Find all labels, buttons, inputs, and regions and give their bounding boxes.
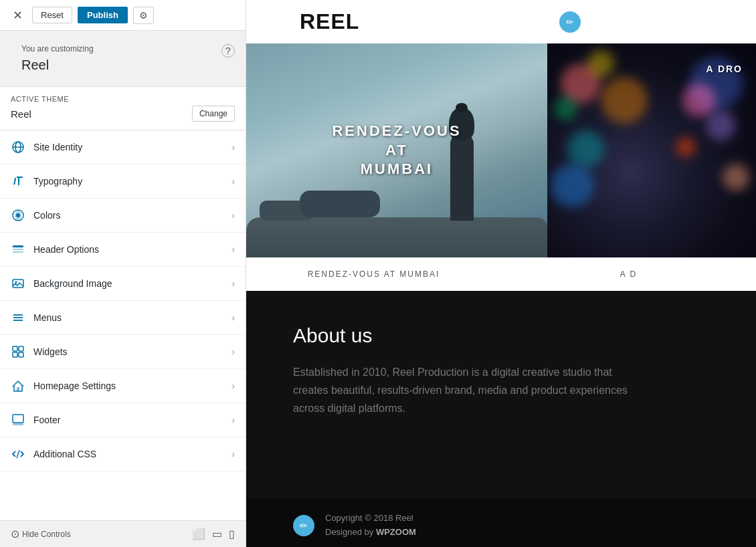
- menus-label: Menus: [33, 312, 231, 323]
- chevron-right-icon: ›: [231, 142, 235, 152]
- sidebar: ✕ Reset Publish ⚙ You are customizing Re…: [0, 0, 246, 547]
- copyright-text: Copyright © 2018 Reel: [325, 513, 413, 523]
- svg-rect-20: [17, 387, 19, 391]
- svg-rect-21: [13, 415, 23, 423]
- footer-icon: [11, 413, 25, 427]
- header-options-label: Header Options: [33, 244, 231, 255]
- gallery-item-1: RENDEZ-VOUS AT MUMBAI: [246, 43, 547, 257]
- gallery-text-2: A DRO: [706, 64, 743, 74]
- gallery-image-2: A DRO: [547, 43, 756, 257]
- svg-rect-8: [13, 245, 23, 247]
- svg-point-7: [16, 213, 20, 217]
- hide-controls-link[interactable]: ⊙ Hide Controls: [11, 528, 71, 540]
- sidebar-item-homepage-settings[interactable]: Homepage Settings ›: [0, 369, 246, 403]
- chevron-right-icon: ›: [231, 380, 235, 391]
- gallery-section: RENDEZ-VOUS AT MUMBAI A DR: [246, 43, 756, 257]
- background-image-icon: [11, 276, 25, 291]
- site-identity-label: Site Identity: [33, 142, 231, 152]
- svg-rect-22: [13, 423, 23, 425]
- svg-rect-18: [13, 352, 17, 357]
- header-edit-button[interactable]: ✏: [559, 11, 581, 33]
- captions-row: RENDEZ-VOUS AT MUMBAI A D: [246, 257, 756, 291]
- active-theme-section: Active theme Reel Change: [0, 86, 246, 130]
- designer-name: WPZOOM: [376, 527, 416, 537]
- chevron-right-icon: ›: [231, 210, 235, 221]
- sidebar-item-typography[interactable]: I Typography ›: [0, 165, 246, 199]
- sidebar-item-widgets[interactable]: Widgets ›: [0, 335, 246, 369]
- footer-label: Footer: [33, 415, 231, 425]
- svg-rect-17: [19, 346, 23, 351]
- about-title: About us: [293, 324, 709, 347]
- svg-rect-16: [13, 346, 17, 351]
- active-theme-name: Reel: [11, 108, 31, 120]
- homepage-settings-icon: [11, 378, 25, 393]
- globe-icon: [11, 140, 25, 154]
- homepage-settings-label: Homepage Settings: [33, 380, 231, 391]
- gear-button[interactable]: ⚙: [133, 7, 154, 24]
- publish-button[interactable]: Publish: [78, 7, 128, 23]
- header-options-icon: [11, 242, 25, 257]
- colors-label: Colors: [33, 210, 231, 221]
- gallery-image-1: RENDEZ-VOUS AT MUMBAI: [246, 43, 547, 257]
- about-section: About us Established in 2010, Reel Produ…: [246, 291, 756, 498]
- chevron-right-icon: ›: [231, 312, 235, 323]
- sidebar-footer: ⊙ Hide Controls ⬜ ▭ ▯: [0, 520, 246, 547]
- preview-header: ✏ REEL: [246, 0, 756, 43]
- chevron-right-icon: ›: [231, 415, 235, 425]
- background-image-label: Background Image: [33, 278, 231, 289]
- svg-rect-19: [19, 352, 23, 357]
- chevron-right-icon: ›: [231, 278, 235, 289]
- reset-button[interactable]: Reset: [32, 7, 72, 23]
- chevron-right-icon: ›: [231, 449, 235, 459]
- site-title-preview: REEL: [300, 9, 359, 34]
- designed-by-text: Designed by: [325, 527, 373, 537]
- chevron-right-icon: ›: [231, 346, 235, 357]
- about-text: Established in 2010, Reel Production is …: [293, 363, 628, 418]
- preview-area: ✏ REEL RENDEZ-VOUS: [246, 0, 756, 547]
- chevron-right-icon: ›: [231, 244, 235, 255]
- nav-items-list: Site Identity › I Typography ›: [0, 130, 246, 520]
- menus-icon: [11, 310, 25, 325]
- active-theme-label: Active theme: [11, 95, 235, 103]
- footer-edit-button[interactable]: ✏: [293, 515, 314, 536]
- gallery-item-2: A DRO: [547, 43, 756, 257]
- sidebar-item-site-identity[interactable]: Site Identity ›: [0, 130, 246, 165]
- help-icon[interactable]: ?: [221, 44, 235, 58]
- typography-label: Typography: [33, 176, 231, 187]
- caption-2: A D: [501, 269, 756, 279]
- hide-controls-icon: ⊙: [11, 528, 19, 540]
- chevron-right-icon: ›: [231, 176, 235, 187]
- customizing-label: You are customizing: [11, 36, 104, 56]
- customizing-site-name: Reel: [11, 56, 104, 81]
- gallery-text-1: RENDEZ-VOUS AT MUMBAI: [332, 122, 461, 179]
- additional-css-label: Additional CSS: [33, 449, 231, 459]
- customizing-block: You are customizing Reel ?: [0, 31, 246, 86]
- caption-1: RENDEZ-VOUS AT MUMBAI: [246, 269, 501, 279]
- sidebar-item-menus[interactable]: Menus ›: [0, 301, 246, 335]
- svg-rect-10: [13, 251, 23, 253]
- mobile-icon[interactable]: ▯: [229, 528, 235, 540]
- preview-footer: ✏ Copyright © 2018 Reel Designed by WPZO…: [246, 498, 756, 547]
- footer-copyright-text: Copyright © 2018 Reel Designed by WPZOOM: [325, 512, 416, 540]
- colors-icon: [11, 208, 25, 223]
- typography-icon: I: [11, 174, 25, 189]
- svg-rect-11: [13, 280, 23, 288]
- svg-rect-9: [13, 249, 23, 250]
- widgets-icon: [11, 344, 25, 359]
- sidebar-item-colors[interactable]: Colors ›: [0, 199, 246, 233]
- close-button[interactable]: ✕: [8, 6, 27, 25]
- active-theme-row: Reel Change: [11, 106, 235, 122]
- svg-line-23: [17, 450, 19, 458]
- svg-text:I: I: [13, 176, 17, 187]
- sidebar-item-background-image[interactable]: Background Image ›: [0, 267, 246, 301]
- sidebar-item-header-options[interactable]: Header Options ›: [0, 233, 246, 267]
- sidebar-item-footer[interactable]: Footer ›: [0, 403, 246, 437]
- tablet-icon[interactable]: ▭: [212, 528, 222, 540]
- desktop-icon[interactable]: ⬜: [192, 528, 205, 540]
- hide-controls-label: Hide Controls: [22, 530, 71, 539]
- additional-css-icon: [11, 447, 25, 461]
- change-theme-button[interactable]: Change: [192, 106, 235, 122]
- widgets-label: Widgets: [33, 346, 231, 357]
- sidebar-header: ✕ Reset Publish ⚙: [0, 0, 246, 31]
- sidebar-item-additional-css[interactable]: Additional CSS ›: [0, 437, 246, 471]
